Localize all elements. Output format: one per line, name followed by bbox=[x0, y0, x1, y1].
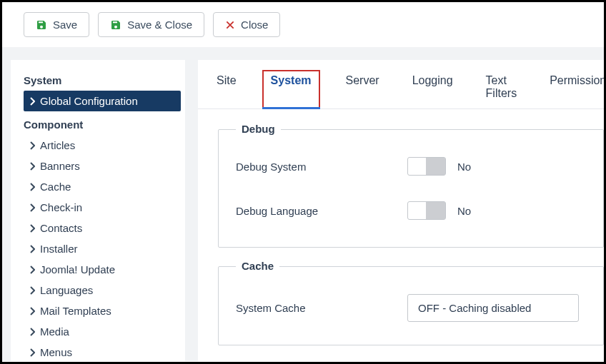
label-debug-system: Debug System bbox=[236, 161, 407, 173]
sidebar-item-articles[interactable]: Articles bbox=[24, 135, 181, 156]
chevron-right-icon bbox=[29, 141, 36, 150]
sidebar-item-label: Menus bbox=[40, 346, 72, 358]
tab-label: Text Filters bbox=[486, 74, 517, 99]
cache-fieldset: Cache System Cache OFF - Caching disable… bbox=[218, 266, 604, 345]
row-system-cache: System Cache OFF - Caching disabled bbox=[236, 285, 603, 330]
chevron-right-icon bbox=[29, 97, 36, 106]
tab-label: Logging bbox=[412, 74, 453, 86]
tab-bar: Site System Server Logging Text Filters … bbox=[198, 60, 604, 109]
chevron-right-icon bbox=[29, 245, 36, 253]
sidebar-item-label: Joomla! Update bbox=[40, 263, 115, 275]
select-value: OFF - Caching disabled bbox=[418, 302, 531, 314]
sidebar-item-joomla-update[interactable]: Joomla! Update bbox=[24, 259, 181, 280]
close-icon bbox=[225, 20, 235, 30]
tab-label: Site bbox=[217, 74, 237, 86]
save-icon bbox=[110, 19, 121, 31]
sidebar-item-check-in[interactable]: Check-in bbox=[24, 197, 181, 218]
sidebar-item-languages[interactable]: Languages bbox=[24, 280, 181, 300]
tab-label: Permissions bbox=[550, 74, 604, 86]
close-button[interactable]: Close bbox=[213, 12, 280, 37]
panel-area: Debug Debug System No Debug Language bbox=[198, 109, 604, 345]
sidebar-item-media[interactable]: Media bbox=[24, 321, 181, 342]
chevron-right-icon bbox=[29, 328, 36, 336]
sidebar-item-label: Cache bbox=[40, 181, 71, 193]
tab-site[interactable]: Site bbox=[209, 70, 244, 108]
sidebar-item-label: Banners bbox=[40, 160, 80, 172]
sidebar-item-installer[interactable]: Installer bbox=[24, 238, 181, 259]
sidebar-item-label: Contacts bbox=[40, 222, 82, 234]
toolbar: Save Save & Close Close bbox=[2, 2, 604, 47]
sidebar: System Global Configuration Component Ar… bbox=[11, 60, 185, 361]
sidebar-item-global-configuration[interactable]: Global Configuration bbox=[24, 91, 181, 111]
save-close-button[interactable]: Save & Close bbox=[98, 12, 204, 37]
toggle-wrap: No bbox=[407, 157, 471, 176]
toggle-debug-language[interactable] bbox=[407, 201, 446, 220]
debug-legend: Debug bbox=[236, 123, 281, 135]
tab-permissions[interactable]: Permissions bbox=[542, 70, 604, 108]
sidebar-item-label: Installer bbox=[40, 243, 78, 255]
sidebar-item-label: Check-in bbox=[40, 201, 82, 213]
sidebar-item-banners[interactable]: Banners bbox=[24, 156, 181, 176]
toggle-knob bbox=[426, 202, 445, 219]
save-icon bbox=[36, 19, 47, 31]
chevron-right-icon bbox=[29, 348, 36, 357]
cache-legend: Cache bbox=[236, 260, 279, 272]
sidebar-heading-system: System bbox=[24, 74, 181, 86]
tab-text-filters[interactable]: Text Filters bbox=[479, 70, 525, 108]
sidebar-item-mail-templates[interactable]: Mail Templates bbox=[24, 300, 181, 321]
sidebar-item-label: Articles bbox=[40, 139, 75, 151]
sidebar-item-cache[interactable]: Cache bbox=[24, 176, 181, 197]
chevron-right-icon bbox=[29, 183, 36, 191]
toggle-state-debug-language: No bbox=[457, 205, 471, 217]
toggle-wrap: No bbox=[407, 201, 471, 220]
save-label: Save bbox=[53, 19, 77, 31]
tab-label: System bbox=[271, 74, 312, 86]
tab-system[interactable]: System bbox=[262, 70, 320, 108]
tab-server[interactable]: Server bbox=[339, 70, 387, 108]
debug-fieldset: Debug Debug System No Debug Language bbox=[218, 129, 604, 248]
chevron-right-icon bbox=[29, 266, 36, 274]
tab-label: Server bbox=[346, 74, 379, 86]
sidebar-heading-component: Component bbox=[24, 118, 181, 131]
label-system-cache: System Cache bbox=[236, 302, 407, 314]
sidebar-item-label: Mail Templates bbox=[40, 305, 111, 317]
label-debug-language: Debug Language bbox=[236, 205, 407, 217]
chevron-right-icon bbox=[29, 307, 36, 315]
sidebar-item-contacts[interactable]: Contacts bbox=[24, 218, 181, 238]
chevron-right-icon bbox=[29, 224, 36, 233]
save-button[interactable]: Save bbox=[24, 12, 89, 37]
chevron-right-icon bbox=[29, 162, 36, 171]
content: Site System Server Logging Text Filters … bbox=[198, 60, 604, 361]
tab-logging[interactable]: Logging bbox=[405, 70, 460, 108]
toggle-debug-system[interactable] bbox=[407, 157, 446, 176]
page-body: System Global Configuration Component Ar… bbox=[2, 47, 604, 361]
close-label: Close bbox=[241, 19, 268, 31]
sidebar-item-label: Languages bbox=[40, 284, 93, 296]
sidebar-item-label: Media bbox=[40, 325, 69, 338]
row-debug-language: Debug Language No bbox=[236, 184, 603, 228]
toggle-state-debug-system: No bbox=[457, 161, 471, 173]
chevron-right-icon bbox=[29, 286, 36, 295]
sidebar-item-menus[interactable]: Menus bbox=[24, 342, 181, 361]
sidebar-item-label: Global Configuration bbox=[40, 95, 138, 107]
chevron-right-icon bbox=[29, 203, 36, 212]
toggle-knob bbox=[426, 158, 445, 175]
select-system-cache[interactable]: OFF - Caching disabled bbox=[407, 294, 579, 322]
save-close-label: Save & Close bbox=[127, 19, 192, 31]
row-debug-system: Debug System No bbox=[236, 148, 603, 184]
